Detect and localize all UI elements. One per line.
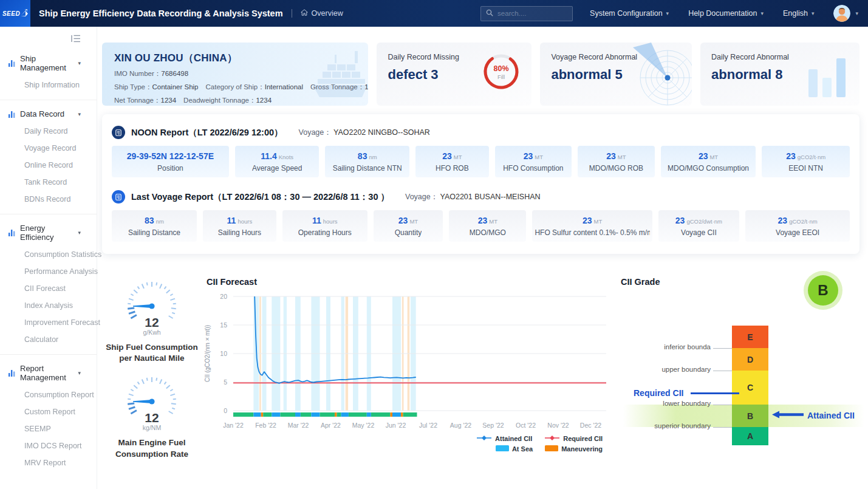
top-navbar: SEED Ship Energy Efficiency Data Recordi… bbox=[0, 0, 868, 27]
cii-forecast-chart: 05101520Jan '22Feb '22Mar '22Apr '22May … bbox=[202, 292, 610, 435]
grade-scale-bar: EDCBA bbox=[732, 326, 768, 445]
sidebar-group-items: Ship Information bbox=[0, 77, 97, 94]
search-box[interactable] bbox=[480, 6, 573, 21]
sidebar-item-performance-analysis[interactable]: Performance Analysis bbox=[0, 263, 97, 280]
svg-text:10: 10 bbox=[220, 350, 227, 357]
sidebar-item-ship-information[interactable]: Ship Information bbox=[0, 77, 97, 94]
stat-card-mdo-mgo-consumption: 23MTMDO/MGO Consumption bbox=[661, 146, 756, 177]
voyage-report-voyage: Voyage： YAO2201 BUSAN--MEISHAN bbox=[405, 192, 541, 202]
stat-card-mdo-mgo-rob: 23MTMDO/MGO ROB bbox=[578, 146, 655, 177]
menu-system-configuration[interactable]: System Configuration ▾ bbox=[590, 9, 669, 18]
stat-unit: MT bbox=[593, 218, 602, 225]
svg-text:Dec '22: Dec '22 bbox=[580, 422, 601, 429]
sidebar-item-calculator[interactable]: Calculator bbox=[0, 331, 97, 348]
svg-text:0: 0 bbox=[224, 407, 227, 414]
stat-label: Voyage EEOI bbox=[776, 228, 819, 237]
user-avatar[interactable] bbox=[833, 5, 850, 22]
stat-card-sailing-distance: 83nmSailing Distance bbox=[112, 210, 197, 242]
sidebar-group-energy-efficiency: Energy Efficiency▾Consumption Statistics… bbox=[0, 214, 97, 355]
app-title: Ship Energy Efficiency Data Recording & … bbox=[39, 9, 283, 18]
sidebar-item-improvement-forecast[interactable]: Improvement Forecast bbox=[0, 314, 97, 331]
sidebar-item-custom-report[interactable]: Custom Report bbox=[0, 403, 97, 420]
gauge-dial: 12 kg/NM bbox=[118, 372, 185, 435]
ship-field-gross-tonnage: Gross Tonnage：1234 bbox=[310, 83, 368, 92]
stat-value: 83nm bbox=[358, 151, 377, 161]
sidebar-group-header-ship-management[interactable]: Ship Management▾ bbox=[0, 50, 97, 77]
sidebar-item-voyage-record[interactable]: Voyage Record bbox=[0, 140, 97, 157]
fuel-gauges: 12 g/KwhShip Fuel Consumption per Nautic… bbox=[106, 277, 198, 460]
boundary-tick-line bbox=[713, 405, 732, 405]
boundary-tick-line bbox=[713, 371, 732, 371]
ship-field-category-of-ship: Category of Ship：International bbox=[206, 83, 303, 92]
sidebar-item-consumption-report[interactable]: Consumption Report bbox=[0, 386, 97, 403]
sidebar-item-bdns-record[interactable]: BDNs Record bbox=[0, 191, 97, 208]
stat-label: MDO/MGO Consumption bbox=[668, 164, 749, 173]
breadcrumb-overview[interactable]: Overview bbox=[301, 9, 343, 18]
svg-text:Sep '22: Sep '22 bbox=[482, 422, 504, 429]
menu-language[interactable]: English ▾ bbox=[783, 9, 815, 18]
search-icon bbox=[486, 8, 493, 19]
stat-card-hfo-sulfur-content-0-1-0-5-m-m: 23MTHFO Sulfur content 0.1%- 0.5% m/m bbox=[532, 210, 652, 242]
stat-card-sailing-hours: 11hoursSailing Hours bbox=[203, 210, 276, 242]
menu-help-documentation[interactable]: Help Documentation ▾ bbox=[688, 9, 764, 18]
boundary-tick-line bbox=[713, 427, 732, 428]
search-input[interactable] bbox=[497, 10, 567, 17]
legend-item-required-cii[interactable]: Required CII bbox=[544, 435, 603, 442]
svg-text:g/Kwh: g/Kwh bbox=[143, 329, 160, 336]
voyage-label: Voyage： bbox=[299, 128, 332, 137]
legend-item-attained-cii[interactable]: Attained CII bbox=[476, 435, 532, 442]
legend-item-at-sea[interactable]: At Sea bbox=[496, 445, 533, 453]
sidebar-group-header-energy-efficiency[interactable]: Energy Efficiency▾ bbox=[0, 219, 97, 246]
sidebar-item-cii-forecast[interactable]: CII Forecast bbox=[0, 280, 97, 297]
grade-segment-e: E bbox=[732, 326, 768, 348]
stat-label: Voyage CII bbox=[681, 228, 717, 237]
sidebar-item-index-analysis[interactable]: Index Analysis bbox=[0, 297, 97, 314]
stat-value: 11hours bbox=[227, 216, 253, 225]
stat-value: 11hours bbox=[312, 216, 338, 225]
status-card-title: Daily Record Missing bbox=[388, 53, 521, 61]
menu-label: Help Documentation bbox=[688, 9, 757, 18]
grade-segment-c: C bbox=[732, 371, 768, 405]
sidebar-item-daily-record[interactable]: Daily Record bbox=[0, 123, 97, 140]
left-arrow-icon bbox=[772, 410, 804, 421]
svg-text:Apr '22: Apr '22 bbox=[321, 422, 341, 429]
sidebar-item-consumption-statistics[interactable]: Consumption Statistics bbox=[0, 246, 97, 263]
stat-label: HFO Sulfur content 0.1%- 0.5% m/m bbox=[535, 228, 649, 237]
sidebar-collapse-icon[interactable] bbox=[0, 27, 97, 45]
attained-cii-label: Attained CII bbox=[807, 411, 855, 420]
chevron-down-icon: ▾ bbox=[666, 10, 669, 16]
stat-unit: nm bbox=[156, 218, 164, 225]
legend-label: Required CII bbox=[563, 435, 603, 442]
sidebar-group-header-report-management[interactable]: Report Management▾ bbox=[0, 360, 97, 386]
sidebar-group-header-data-record[interactable]: Data Record▾ bbox=[0, 105, 97, 123]
sidebar-item-tank-record[interactable]: Tank Record bbox=[0, 174, 97, 191]
voyage-report-icon bbox=[112, 190, 125, 203]
noon-report-header: NOON Report（LT 2022/6/29 12:00） Voyage： … bbox=[112, 125, 850, 140]
legend-item-maneuvering[interactable]: Maneuvering bbox=[545, 445, 603, 453]
chevron-down-icon: ▾ bbox=[78, 370, 81, 376]
sidebar-item-online-record[interactable]: Online Record bbox=[0, 157, 97, 174]
avatar-caret-icon[interactable]: ▾ bbox=[855, 10, 858, 16]
required-cii-line bbox=[691, 392, 739, 394]
sidebar-item-seemp[interactable]: SEEMP bbox=[0, 420, 97, 437]
sidebar-item-mrv-report[interactable]: MRV Report bbox=[0, 454, 97, 471]
stat-unit: MT bbox=[535, 154, 543, 160]
grade-segment-a: A bbox=[732, 427, 768, 445]
legend-marker-icon bbox=[544, 435, 560, 442]
stat-unit: gCO2/dwt·nm bbox=[686, 218, 722, 225]
sidebar-group-items: Daily RecordVoyage RecordOnline RecordTa… bbox=[0, 123, 97, 208]
app-logo[interactable]: SEED bbox=[0, 0, 30, 27]
stat-card-hfo-consumption: 23MTHFO Consumption bbox=[495, 146, 572, 177]
svg-text:Jul '22: Jul '22 bbox=[419, 422, 437, 429]
svg-text:12: 12 bbox=[145, 315, 159, 329]
cii-grade-title: CII Grade bbox=[621, 277, 660, 287]
stat-value: 23gCO2/t·nm bbox=[786, 151, 825, 161]
stat-card-operating-hours: 11hoursOperating Hours bbox=[282, 210, 367, 242]
sidebar-item-imo-dcs-report[interactable]: IMO DCS Report bbox=[0, 437, 97, 454]
bar-chart-icon bbox=[9, 229, 15, 236]
current-grade-letter: B bbox=[808, 275, 838, 306]
cii-forecast-legend: Attained CIIRequired CIIAt SeaManeuverin… bbox=[425, 435, 603, 453]
ship-imo-line: IMO Number：7686498 bbox=[114, 69, 356, 78]
ship-field-ship-type: Ship Type：Container Ship bbox=[114, 83, 199, 92]
gauge-dial: 12 g/Kwh bbox=[118, 277, 185, 340]
